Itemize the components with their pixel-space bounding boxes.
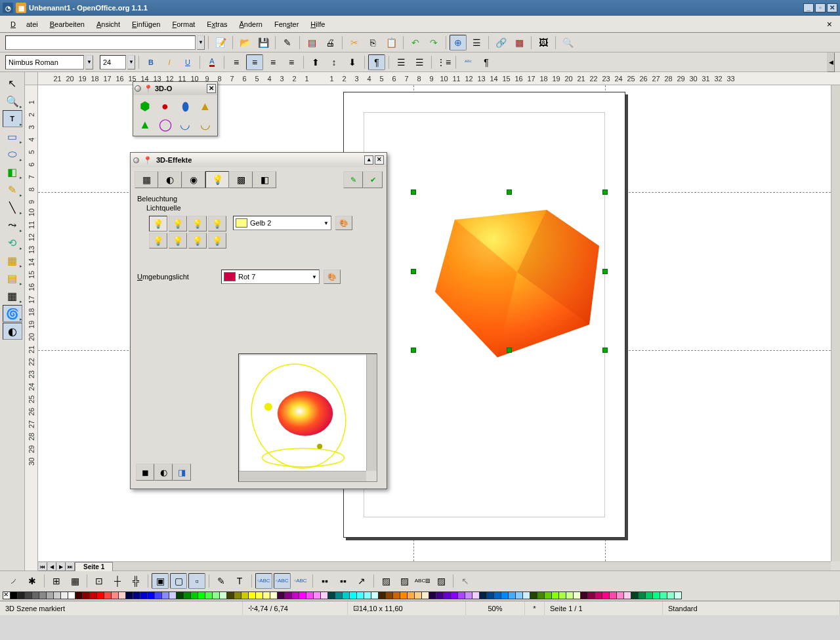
grid-icon-1[interactable]: ▨ [377, 573, 394, 589]
exit-group-icon[interactable]: ↗ [353, 573, 370, 589]
line-spacing2-icon[interactable]: ☰ [411, 54, 428, 70]
url-dropdown[interactable]: ▼ [197, 35, 205, 50]
assign-button[interactable]: ✔ [363, 171, 383, 188]
ellipse-tool-icon[interactable]: ⬭▸ [3, 146, 22, 163]
italic-icon[interactable]: I [161, 54, 178, 70]
rollup-icon[interactable] [133, 157, 139, 163]
font-size-input[interactable]: 24 [100, 55, 126, 70]
pin-icon[interactable]: 📍 [143, 156, 152, 165]
3d-effects-dialog[interactable]: 📍 3D-Effekte ▴ ✕ ▦ ◐ ◉ 💡 ▩ ◧ ✎ ✔ Beleuch… [130, 152, 387, 489]
effects-tool-icon[interactable]: 🌀▸ [3, 305, 22, 322]
paste-icon[interactable]: 📋 [383, 35, 400, 50]
convert-to-3d-button[interactable]: ◼ [136, 464, 154, 481]
pyramid-shape-icon[interactable]: ▲ [136, 116, 154, 133]
menu-format[interactable]: Format [167, 18, 200, 30]
edit-doc-icon[interactable]: ✎ [279, 35, 296, 50]
resize-handle[interactable] [411, 269, 416, 274]
underline-icon[interactable]: U [179, 54, 196, 70]
minimize-button[interactable]: _ [803, 3, 814, 12]
menu-aendern[interactable]: Ändern [234, 18, 268, 30]
color-swatch[interactable] [674, 591, 682, 599]
resize-handle[interactable] [411, 190, 416, 195]
light-1-button[interactable]: 💡 [149, 216, 167, 231]
align-center-icon[interactable]: ≡ [246, 54, 263, 70]
menu-hilfe[interactable]: Hilfe [305, 18, 330, 30]
tab-material-icon[interactable]: ◧ [253, 171, 276, 188]
pointer-tool-icon[interactable]: ↖ [3, 75, 22, 92]
valign-top-icon[interactable]: ⬆ [307, 54, 324, 70]
select-text-icon[interactable]: Τ [231, 573, 248, 589]
image-icon[interactable]: 🖼 [535, 35, 552, 50]
tab-shading-icon[interactable]: ◐ [158, 171, 182, 188]
menu-datei[interactable]: Datei [5, 18, 43, 30]
edit-file-icon[interactable]: 📝 [212, 35, 229, 50]
snap-grid-icon[interactable]: ⊡ [91, 573, 108, 589]
preview-vscroll[interactable] [366, 354, 377, 471]
3d-objects-palette[interactable]: 📍 3D-O ✕ ⬢ ● ⬮ ▲ ▲ ◯ ◡ ◡ [133, 81, 218, 136]
page-tab[interactable]: Seite 1 [75, 562, 113, 571]
3deffects-tool-icon[interactable]: ◐ [3, 323, 22, 340]
print-icon[interactable]: 🖨 [322, 35, 339, 50]
resize-handle[interactable] [507, 348, 512, 353]
size-dropdown[interactable]: ▼ [127, 55, 135, 70]
rectangle-tool-icon[interactable]: ▭▸ [3, 128, 22, 145]
align-tool-icon[interactable]: ▦▸ [3, 252, 22, 269]
copy-icon[interactable]: ⎘ [364, 35, 381, 50]
dialog-close-icon[interactable]: ✕ [375, 155, 384, 165]
snap-guides-icon[interactable]: ╬ [127, 573, 144, 589]
status-zoom[interactable]: 50% [466, 601, 525, 615]
align-left-icon[interactable]: ≡ [228, 54, 245, 70]
valign-bottom-icon[interactable]: ⬇ [344, 54, 361, 70]
line-tool-icon[interactable]: ╲▸ [3, 199, 22, 216]
para-ltr-icon[interactable]: ¶ [368, 54, 385, 70]
close-button[interactable]: ✕ [827, 3, 837, 12]
exit-all-icon[interactable]: ↖ [457, 573, 474, 589]
light-2-button[interactable]: 💡 [169, 216, 187, 231]
resize-handle[interactable] [507, 190, 512, 195]
menu-extras[interactable]: Extras [201, 18, 232, 30]
line-spacing1-icon[interactable]: ☰ [392, 54, 410, 70]
preview-canvas[interactable] [240, 355, 366, 471]
resize-handle[interactable] [602, 269, 608, 274]
sphere-shape-icon[interactable]: ● [156, 98, 175, 115]
update-button[interactable]: ✎ [343, 171, 363, 188]
3d-cube-object[interactable] [419, 207, 602, 370]
quickedit-icon[interactable]: ✎ [213, 573, 230, 589]
tab-illumination-icon[interactable]: 💡 [205, 171, 229, 188]
grid-icon-4[interactable]: ▨ [432, 573, 450, 589]
large-handles-icon[interactable]: ▫ABC [292, 573, 309, 589]
menu-fenster[interactable]: Fenster [269, 18, 304, 30]
tab-prev-icon[interactable]: ◀ [47, 562, 56, 571]
light-7-button[interactable]: 💡 [188, 233, 207, 249]
cube-shape-icon[interactable]: ⬢ [136, 98, 154, 115]
stylist-icon[interactable]: ☰ [468, 35, 485, 50]
horizontal-scrollbar[interactable] [113, 562, 831, 570]
snap-margins-icon[interactable]: ▣ [152, 573, 169, 589]
light-color-picker-button[interactable]: 🎨 [335, 216, 352, 230]
para-icon[interactable]: ¶ [478, 54, 495, 70]
connector-tool-icon[interactable]: ⤳▸ [3, 216, 22, 233]
light-8-button[interactable]: 💡 [208, 233, 226, 249]
palette-close-icon[interactable]: ✕ [207, 84, 216, 93]
align-justify-icon[interactable]: ≡ [283, 54, 300, 70]
light-4-button[interactable]: 💡 [208, 216, 226, 231]
bold-icon[interactable]: B [142, 54, 159, 70]
char-icon[interactable]: ᴬᴮᶜ [459, 54, 476, 70]
vertical-scrollbar[interactable] [831, 85, 840, 561]
align-right-icon[interactable]: ≡ [264, 54, 282, 70]
light-5-button[interactable]: 💡 [149, 233, 167, 249]
tab-appearance-icon[interactable]: ◉ [182, 171, 205, 188]
ambient-color-picker-button[interactable]: 🎨 [324, 270, 341, 284]
tab-textures-icon[interactable]: ▩ [229, 171, 253, 188]
navigator-icon[interactable]: ⊕ [450, 35, 467, 50]
halfsphere-shape-icon[interactable]: ◡ [196, 116, 215, 133]
glue-points-icon[interactable]: ✱ [24, 573, 41, 589]
font-dropdown[interactable]: ▼ [85, 55, 93, 70]
zoom-tool-icon[interactable]: 🔍▸ [3, 92, 22, 110]
save-icon[interactable]: 💾 [255, 35, 272, 50]
snap-frame-icon[interactable]: ▢ [170, 573, 187, 589]
dialog-header[interactable]: 📍 3D-Effekte ▴ ✕ [131, 153, 387, 167]
curve-tool-icon[interactable]: ✎▸ [3, 181, 22, 198]
guides-visible-icon[interactable]: ┼ [109, 573, 126, 589]
search-icon[interactable]: 🔍 [559, 35, 576, 50]
